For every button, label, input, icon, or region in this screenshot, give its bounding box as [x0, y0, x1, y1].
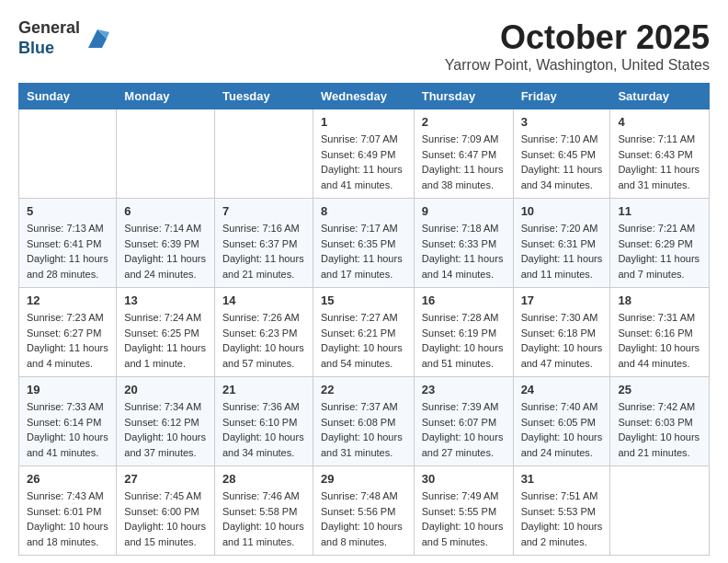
daylight: Daylight: 10 hours and 27 minutes.	[422, 431, 504, 458]
sunset: Sunset: 6:18 PM	[521, 327, 596, 339]
sunrise: Sunrise: 7:07 AM	[321, 133, 398, 144]
sunrise: Sunrise: 7:39 AM	[422, 401, 499, 412]
calendar-cell: 6 Sunrise: 7:14 AM Sunset: 6:39 PM Dayli…	[117, 199, 215, 288]
day-info: Sunrise: 7:51 AM Sunset: 5:53 PM Dayligh…	[521, 488, 603, 549]
header-sunday: Sunday	[19, 84, 117, 109]
sunrise: Sunrise: 7:40 AM	[521, 401, 598, 412]
day-number: 11	[618, 204, 701, 218]
calendar-cell: 26 Sunrise: 7:43 AM Sunset: 6:01 PM Dayl…	[19, 466, 117, 556]
sunrise: Sunrise: 7:46 AM	[222, 490, 300, 501]
daylight: Daylight: 10 hours and 51 minutes.	[422, 342, 504, 369]
day-info: Sunrise: 7:09 AM Sunset: 6:47 PM Dayligh…	[422, 132, 506, 192]
daylight: Daylight: 11 hours and 34 minutes.	[521, 164, 603, 190]
sunset: Sunset: 6:12 PM	[124, 417, 199, 428]
sunset: Sunset: 6:35 PM	[321, 238, 395, 249]
sunrise: Sunrise: 7:16 AM	[222, 223, 300, 234]
header-thursday: Thursday	[414, 84, 513, 109]
daylight: Daylight: 10 hours and 5 minutes.	[422, 521, 504, 547]
day-number: 26	[27, 472, 108, 486]
day-info: Sunrise: 7:48 AM Sunset: 5:56 PM Dayligh…	[321, 488, 406, 549]
logo-icon	[84, 25, 111, 52]
sunrise: Sunrise: 7:18 AM	[422, 223, 499, 234]
sunrise: Sunrise: 7:30 AM	[521, 312, 598, 323]
daylight: Daylight: 11 hours and 4 minutes.	[27, 342, 108, 369]
day-info: Sunrise: 7:39 AM Sunset: 6:07 PM Dayligh…	[422, 399, 506, 460]
daylight: Daylight: 11 hours and 14 minutes.	[422, 253, 504, 280]
calendar-cell: 31 Sunrise: 7:51 AM Sunset: 5:53 PM Dayl…	[513, 466, 610, 556]
calendar-cell	[214, 109, 313, 199]
calendar-cell: 28 Sunrise: 7:46 AM Sunset: 5:58 PM Dayl…	[214, 466, 313, 556]
day-info: Sunrise: 7:10 AM Sunset: 6:45 PM Dayligh…	[521, 132, 603, 192]
daylight: Daylight: 10 hours and 41 minutes.	[27, 431, 108, 458]
day-info: Sunrise: 7:13 AM Sunset: 6:41 PM Dayligh…	[27, 221, 108, 282]
day-info: Sunrise: 7:46 AM Sunset: 5:58 PM Dayligh…	[222, 488, 305, 549]
calendar-cell	[117, 109, 215, 199]
calendar-cell: 23 Sunrise: 7:39 AM Sunset: 6:07 PM Dayl…	[414, 377, 513, 466]
calendar-cell: 19 Sunrise: 7:33 AM Sunset: 6:14 PM Dayl…	[19, 377, 117, 466]
sunset: Sunset: 5:55 PM	[422, 506, 496, 517]
sunrise: Sunrise: 7:13 AM	[27, 223, 104, 234]
day-number: 15	[321, 293, 406, 307]
sunset: Sunset: 6:25 PM	[124, 327, 199, 339]
daylight: Daylight: 11 hours and 41 minutes.	[321, 164, 403, 190]
daylight: Daylight: 10 hours and 47 minutes.	[521, 342, 603, 369]
day-info: Sunrise: 7:24 AM Sunset: 6:25 PM Dayligh…	[124, 310, 207, 371]
day-info: Sunrise: 7:31 AM Sunset: 6:16 PM Dayligh…	[618, 310, 701, 371]
day-info: Sunrise: 7:16 AM Sunset: 6:37 PM Dayligh…	[222, 221, 305, 282]
sunset: Sunset: 6:08 PM	[321, 417, 395, 428]
day-info: Sunrise: 7:20 AM Sunset: 6:31 PM Dayligh…	[521, 221, 603, 282]
calendar-cell	[19, 109, 117, 199]
calendar-cell: 4 Sunrise: 7:11 AM Sunset: 6:43 PM Dayli…	[610, 109, 710, 199]
daylight: Daylight: 11 hours and 38 minutes.	[422, 164, 504, 190]
calendar-cell: 17 Sunrise: 7:30 AM Sunset: 6:18 PM Dayl…	[513, 288, 610, 377]
sunset: Sunset: 6:14 PM	[27, 417, 101, 428]
day-number: 25	[618, 383, 701, 396]
sunrise: Sunrise: 7:20 AM	[521, 223, 598, 234]
daylight: Daylight: 10 hours and 24 minutes.	[521, 431, 603, 458]
sunrise: Sunrise: 7:24 AM	[124, 312, 201, 323]
calendar-week-row: 26 Sunrise: 7:43 AM Sunset: 6:01 PM Dayl…	[19, 466, 710, 556]
sunset: Sunset: 5:58 PM	[222, 506, 297, 517]
day-number: 6	[124, 204, 207, 218]
daylight: Daylight: 10 hours and 31 minutes.	[321, 431, 403, 458]
daylight: Daylight: 11 hours and 17 minutes.	[321, 253, 403, 280]
calendar-cell: 8 Sunrise: 7:17 AM Sunset: 6:35 PM Dayli…	[313, 199, 414, 288]
calendar-cell: 10 Sunrise: 7:20 AM Sunset: 6:31 PM Dayl…	[513, 199, 610, 288]
sunset: Sunset: 6:31 PM	[521, 238, 596, 249]
daylight: Daylight: 10 hours and 54 minutes.	[321, 342, 403, 369]
sunset: Sunset: 6:43 PM	[618, 149, 692, 160]
day-info: Sunrise: 7:34 AM Sunset: 6:12 PM Dayligh…	[124, 399, 207, 460]
page-header: General Blue October 2025 Yarrow Point, …	[18, 18, 710, 74]
logo-blue-text: Blue	[18, 39, 80, 59]
sunset: Sunset: 6:16 PM	[618, 327, 692, 339]
calendar-cell: 14 Sunrise: 7:26 AM Sunset: 6:23 PM Dayl…	[214, 288, 313, 377]
sunrise: Sunrise: 7:37 AM	[321, 401, 398, 412]
calendar-week-row: 12 Sunrise: 7:23 AM Sunset: 6:27 PM Dayl…	[19, 288, 710, 377]
sunrise: Sunrise: 7:33 AM	[27, 401, 104, 412]
header-saturday: Saturday	[610, 84, 710, 109]
sunrise: Sunrise: 7:42 AM	[618, 401, 695, 412]
day-info: Sunrise: 7:45 AM Sunset: 6:00 PM Dayligh…	[124, 488, 207, 549]
sunset: Sunset: 6:37 PM	[222, 238, 297, 249]
day-number: 3	[521, 115, 603, 129]
day-info: Sunrise: 7:33 AM Sunset: 6:14 PM Dayligh…	[27, 399, 108, 460]
sunset: Sunset: 5:53 PM	[521, 506, 596, 517]
day-number: 16	[422, 293, 506, 307]
day-info: Sunrise: 7:21 AM Sunset: 6:29 PM Dayligh…	[618, 221, 701, 282]
month-title: October 2025	[445, 18, 710, 57]
sunrise: Sunrise: 7:27 AM	[321, 312, 398, 323]
logo-general-text: General	[18, 18, 80, 39]
calendar-cell	[610, 466, 710, 556]
sunset: Sunset: 6:21 PM	[321, 327, 395, 339]
daylight: Daylight: 11 hours and 7 minutes.	[618, 253, 700, 280]
calendar-cell: 5 Sunrise: 7:13 AM Sunset: 6:41 PM Dayli…	[19, 199, 117, 288]
daylight: Daylight: 10 hours and 11 minutes.	[222, 521, 304, 547]
sunrise: Sunrise: 7:49 AM	[422, 490, 499, 501]
day-info: Sunrise: 7:07 AM Sunset: 6:49 PM Dayligh…	[321, 132, 406, 192]
calendar-cell: 29 Sunrise: 7:48 AM Sunset: 5:56 PM Dayl…	[313, 466, 414, 556]
sunset: Sunset: 6:39 PM	[124, 238, 199, 249]
daylight: Daylight: 11 hours and 28 minutes.	[27, 253, 108, 280]
sunset: Sunset: 6:49 PM	[321, 149, 395, 160]
sunrise: Sunrise: 7:14 AM	[124, 223, 201, 234]
sunset: Sunset: 6:05 PM	[521, 417, 596, 428]
